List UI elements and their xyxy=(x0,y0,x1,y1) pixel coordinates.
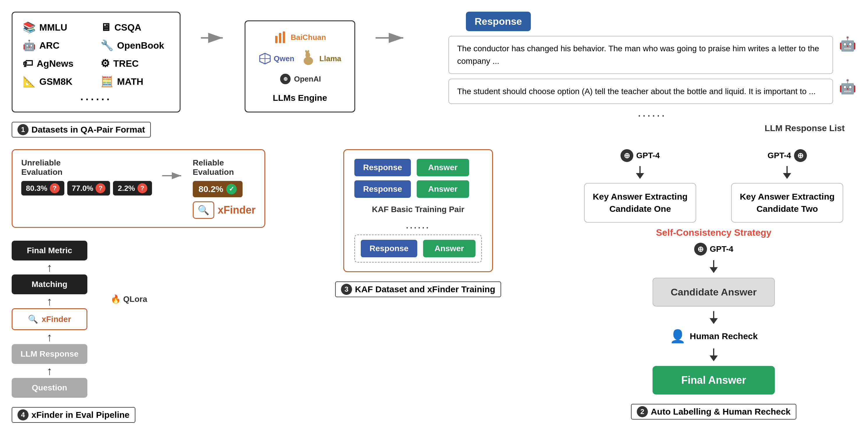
response-header: Response xyxy=(466,12,531,31)
reliable-section: ReliableEvaluation 80.2% ✓ 🔍 xFinder xyxy=(193,158,256,219)
fire-icon: 🔥 xyxy=(111,294,121,304)
arc-label: ARC xyxy=(39,40,59,51)
score-2: 77.0% ? xyxy=(67,181,111,196)
agnews-label: AgNews xyxy=(37,58,73,69)
arr-head-3 xyxy=(710,267,718,273)
panel2-label-text: Auto Labelling & Human Recheck xyxy=(651,407,790,417)
arr-head-1 xyxy=(636,173,644,179)
arr-line-4 xyxy=(713,311,714,318)
score-2-val: 77.0% xyxy=(72,184,93,193)
response-block: Response The conductor has changed his b… xyxy=(448,12,856,133)
gpt4-text-2: GPT-4 xyxy=(768,151,791,160)
key-answer-1-text: Key Answer ExtractingCandidate One xyxy=(593,190,688,215)
gpt4-center: ⊕ GPT-4 xyxy=(694,243,734,256)
csqa-icon: 🖥 xyxy=(100,21,111,33)
xfinder-icon: 🔍 xyxy=(193,201,214,219)
arr-head-5 xyxy=(710,355,718,361)
llama-logo: Llama xyxy=(300,50,341,67)
agnews-icon: 🏷 xyxy=(23,57,33,70)
response-text-2: The student should choose option (A) tel… xyxy=(457,87,815,96)
section-num-2: 2 xyxy=(637,406,648,417)
svg-text:⊕: ⊕ xyxy=(283,76,287,82)
arr-line-2 xyxy=(786,166,787,173)
kaf-title: KAF Basic Training Pair xyxy=(354,205,482,214)
arrow-matching-xfinder: ↑ xyxy=(46,295,53,307)
top-section: 📚 MMLU 🖥 CSQA 🤖 ARC 🔧 OpenBook xyxy=(12,12,856,138)
csqa-label: CSQA xyxy=(115,22,141,33)
list-item: 🤖 ARC xyxy=(23,39,92,52)
datasets-section: 📚 MMLU 🖥 CSQA 🤖 ARC 🔧 OpenBook xyxy=(12,12,181,138)
trec-icon: ⚙ xyxy=(100,57,110,70)
top-right-area: Response The conductor has changed his b… xyxy=(425,12,856,133)
math-label: MATH xyxy=(117,76,143,87)
qlora-text: QLora xyxy=(123,295,147,304)
score-3-val: 2.2% xyxy=(118,184,135,193)
bottom-section: UnreliableEvaluation 80.3% ? 77.0% ? xyxy=(12,149,856,423)
svg-point-8 xyxy=(304,57,313,65)
openbook-icon: 🔧 xyxy=(100,39,114,52)
svg-rect-4 xyxy=(283,31,285,43)
list-item: 🔧 OpenBook xyxy=(100,39,169,52)
gpt4-col-1: ⊕ GPT-4 Key Answer ExtractingCandidate O… xyxy=(584,149,696,223)
arr-to-human xyxy=(710,311,718,324)
arrow-llmresp-question: ↑ xyxy=(46,365,53,377)
qlora-label: 🔥 QLora xyxy=(111,294,147,304)
arr-line-1 xyxy=(640,166,641,173)
openai-circle-center: ⊕ xyxy=(694,243,707,256)
self-consistency-label: Self-Consistency Strategy xyxy=(656,227,772,238)
gpt4-label-2: GPT-4 ⊕ xyxy=(768,149,807,162)
arr-gpt4-2 xyxy=(783,166,791,179)
robot-icon-1: 🤖 xyxy=(839,36,856,52)
arr-head-2 xyxy=(783,173,791,179)
kaf-answer-2: Answer xyxy=(417,180,469,198)
kaf-answer-3: Answer xyxy=(423,240,475,257)
svg-rect-2 xyxy=(275,36,278,43)
response-card-1: The conductor has changed his behavior. … xyxy=(448,36,833,74)
kaf-pair-2: Response Answer xyxy=(354,180,482,198)
question-box: Question xyxy=(12,378,87,398)
arrow-xfinder-llmresp: ↑ xyxy=(46,331,53,343)
key-answer-2-text: Key Answer ExtractingCandidate Two xyxy=(740,190,835,215)
baichuan-label: BaiChuan xyxy=(290,33,326,42)
question-mark-3: ? xyxy=(137,183,147,193)
kaf-answer-1: Answer xyxy=(417,159,469,176)
unreliable-section: UnreliableEvaluation 80.3% ? 77.0% ? xyxy=(21,158,152,196)
gsm8k-label: GSM8K xyxy=(39,76,72,87)
list-item: 📐 GSM8K xyxy=(23,76,92,88)
final-answer-box: Final Answer xyxy=(653,366,775,394)
unreliable-title: UnreliableEvaluation xyxy=(21,158,152,177)
arrow-llms-to-response xyxy=(373,29,408,47)
datasets-grid: 📚 MMLU 🖥 CSQA 🤖 ARC 🔧 OpenBook xyxy=(23,21,169,88)
arr-to-final xyxy=(710,349,718,361)
reliable-score: 80.2% ✓ xyxy=(193,181,243,197)
reliable-score-val: 80.2% xyxy=(198,184,223,194)
final-answer-text: Final Answer xyxy=(681,374,746,386)
section-num-1: 1 xyxy=(18,124,29,135)
llms-section: BaiChuan Qwen xyxy=(245,20,355,113)
human-recheck-text: Human Recheck xyxy=(690,331,757,341)
panel3-label-text: KAF Dataset and xFinder Training xyxy=(355,284,495,294)
arrow-unreliable-to-reliable xyxy=(161,158,184,181)
flow-col-panel4: Final Metric ↑ Matching ↑ 🔍 xFinder ↑ LL… xyxy=(12,241,87,398)
svg-rect-3 xyxy=(279,33,281,43)
panel4-wrapper: UnreliableEvaluation 80.3% ? 77.0% ? xyxy=(12,149,265,423)
openai-logo: ⊕ OpenAI xyxy=(279,72,321,85)
svg-point-11 xyxy=(305,50,307,53)
main-container: 📚 MMLU 🖥 CSQA 🤖 ARC 🔧 OpenBook xyxy=(0,0,868,442)
response-card-1-row: The conductor has changed his behavior. … xyxy=(448,36,856,74)
qwen-logo: Qwen xyxy=(258,52,294,65)
candidate-answer-box: Candidate Answer xyxy=(653,278,775,306)
key-answer-box-1: Key Answer ExtractingCandidate One xyxy=(584,183,696,223)
robot-icon-2: 🤖 xyxy=(839,79,856,95)
human-icon: 👤 xyxy=(670,329,686,344)
list-item: 🏷 AgNews xyxy=(23,57,92,70)
arr-gpt4-1 xyxy=(636,166,644,179)
eval-box-inner: UnreliableEvaluation 80.3% ? 77.0% ? xyxy=(21,158,256,219)
arr-head-4 xyxy=(710,318,718,324)
trec-label: TREC xyxy=(113,58,138,69)
kaf-response-2: Response xyxy=(354,180,411,198)
check-icon: ✓ xyxy=(226,184,237,194)
question-mark-2: ? xyxy=(95,183,105,193)
kaf-pair-1: Response Answer xyxy=(354,159,482,176)
score-3: 2.2% ? xyxy=(113,181,152,196)
